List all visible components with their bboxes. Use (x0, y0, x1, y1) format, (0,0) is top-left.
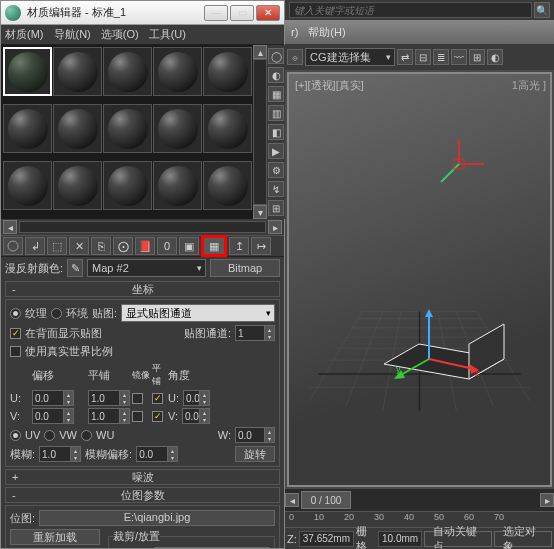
mirror-button[interactable]: ⇄ (397, 49, 413, 65)
material-slot-14[interactable] (153, 161, 202, 210)
reload-button[interactable]: 重新加载 (10, 529, 100, 545)
material-slot-15[interactable] (203, 161, 252, 210)
perspective-viewport[interactable]: [+][透视][真实] 1高光 ] xy (287, 72, 552, 487)
v-angle-spinner[interactable]: 0.0▴▾ (182, 408, 210, 424)
map-type-button[interactable]: Bitmap (210, 259, 280, 277)
show-end-result-button[interactable]: ▦ (201, 235, 227, 257)
scroll-right-button[interactable]: ▸ (268, 220, 282, 234)
time-slider[interactable]: ◂ 0 / 100 ▸ (285, 489, 554, 511)
backlight-button[interactable]: ◐ (268, 67, 284, 83)
w-angle-spinner[interactable]: 0.0▴▾ (235, 427, 275, 443)
put-to-lib-button[interactable]: 📕 (135, 237, 155, 255)
align-button[interactable]: ⊟ (415, 49, 431, 65)
material-slot-4[interactable] (153, 47, 202, 96)
material-slot-3[interactable] (103, 47, 152, 96)
time-slider-handle[interactable]: 0 / 100 (301, 491, 351, 509)
make-preview-button[interactable]: ▶ (268, 143, 284, 159)
u-tile-spinner[interactable]: 1.0▴▾ (88, 390, 130, 406)
schematic-button[interactable]: ⊞ (469, 49, 485, 65)
material-slot-8[interactable] (103, 104, 152, 153)
maximize-button[interactable]: ▭ (230, 5, 254, 21)
pick-map-button[interactable]: ✎ (67, 259, 83, 277)
v-scrollbar[interactable] (253, 59, 267, 205)
show-in-vp-button[interactable]: ▣ (179, 237, 199, 255)
reset-map-button[interactable]: ✕ (69, 237, 89, 255)
selection-set-dropdown[interactable]: CG建选择集 (305, 48, 395, 66)
minimize-button[interactable]: — (204, 5, 228, 21)
radio-wu[interactable] (81, 430, 92, 441)
get-material-button[interactable] (3, 237, 23, 255)
material-slot-12[interactable] (53, 161, 102, 210)
check-real-world[interactable] (10, 346, 21, 357)
link-icon[interactable]: ⟐ (287, 49, 303, 65)
material-slot-6[interactable] (3, 104, 52, 153)
material-slot-11[interactable] (3, 161, 52, 210)
bitmap-file-button[interactable]: E:\qiangbi.jpg (39, 510, 275, 526)
keyword-input[interactable] (289, 2, 532, 18)
h-scrollbar[interactable] (19, 221, 266, 233)
selected-button[interactable]: 选定对象 (494, 531, 552, 547)
check-show-back[interactable] (10, 328, 21, 339)
scroll-left-button[interactable]: ◂ (3, 220, 17, 234)
material-slot-5[interactable] (203, 47, 252, 96)
map-channel-mode-dropdown[interactable]: 显式贴图通道 (121, 304, 275, 322)
assign-to-sel-button[interactable]: ⬚ (47, 237, 67, 255)
menu-tools[interactable]: 工具(U) (149, 27, 186, 42)
menu-help[interactable]: 帮助(H) (308, 25, 345, 40)
material-slot-13[interactable] (103, 161, 152, 210)
radio-uv[interactable] (10, 430, 21, 441)
rollout-noise-header[interactable]: 噪波 (5, 469, 280, 485)
options-button[interactable]: ⚙ (268, 162, 284, 178)
radio-texture[interactable] (10, 308, 21, 319)
rollout-coords-header[interactable]: 坐标 (5, 281, 280, 297)
u-angle-spinner[interactable]: 0.0▴▾ (183, 390, 210, 406)
material-slot-1[interactable] (3, 47, 52, 96)
sample-uv-button[interactable]: ▥ (268, 105, 284, 121)
go-forward-button[interactable]: ↦ (251, 237, 271, 255)
material-button[interactable]: ◐ (487, 49, 503, 65)
select-by-mat-button[interactable]: ↯ (268, 181, 284, 197)
material-slot-2[interactable] (53, 47, 102, 96)
z-coord-field[interactable]: 37.652mm (299, 531, 354, 547)
u-offset-spinner[interactable]: 0.0▴▾ (32, 390, 74, 406)
make-unique-button[interactable]: ⨀ (113, 237, 133, 255)
time-next-button[interactable]: ▸ (540, 493, 554, 507)
v-tile-check[interactable] (152, 411, 163, 422)
menu-navigate[interactable]: 导航(N) (54, 27, 91, 42)
video-check-button[interactable]: ◧ (268, 124, 284, 140)
u-tile-check[interactable] (152, 393, 163, 404)
menu-options[interactable]: 选项(O) (101, 27, 139, 42)
view-image-button[interactable]: 查看图像 (154, 547, 270, 548)
rollout-bitmap-header[interactable]: 位图参数 (5, 487, 280, 503)
background-button[interactable]: ▦ (268, 86, 284, 102)
time-prev-button[interactable]: ◂ (285, 493, 299, 507)
selected-plane-object[interactable]: xy (379, 304, 509, 416)
material-slot-9[interactable] (153, 104, 202, 153)
titlebar[interactable]: 材质编辑器 - 标准_1 — ▭ ✕ (1, 1, 284, 25)
autokey-button[interactable]: 自动关键点 (424, 531, 492, 547)
search-icon[interactable]: 🔍 (534, 2, 550, 18)
menu-material[interactable]: 材质(M) (5, 27, 44, 42)
sample-type-button[interactable]: ◯ (268, 48, 284, 64)
scroll-up-button[interactable]: ▴ (253, 45, 267, 59)
v-tile-spinner[interactable]: 1.0▴▾ (88, 408, 130, 424)
mat-map-nav-button[interactable]: ⊞ (268, 200, 284, 216)
rotate-button[interactable]: 旋转 (235, 446, 275, 462)
blur-spinner[interactable]: 1.0▴▾ (39, 446, 81, 462)
close-button[interactable]: ✕ (256, 5, 280, 21)
u-mirror-check[interactable] (132, 393, 143, 404)
curve-editor-button[interactable]: 〰 (451, 49, 467, 65)
blur-offset-spinner[interactable]: 0.0▴▾ (136, 446, 178, 462)
radio-vw[interactable] (44, 430, 55, 441)
go-to-parent-button[interactable]: ↥ (229, 237, 249, 255)
material-id-button[interactable]: 0 (157, 237, 177, 255)
make-copy-button[interactable]: ⎘ (91, 237, 111, 255)
v-mirror-check[interactable] (132, 411, 143, 422)
radio-environ[interactable] (51, 308, 62, 319)
map-name-dropdown[interactable]: Map #2 (87, 259, 206, 277)
layers-button[interactable]: ≣ (433, 49, 449, 65)
material-slot-7[interactable] (53, 104, 102, 153)
v-offset-spinner[interactable]: 0.0▴▾ (32, 408, 74, 424)
put-to-scene-button[interactable]: ↲ (25, 237, 45, 255)
map-channel-spinner[interactable]: 1▴▾ (235, 325, 275, 341)
